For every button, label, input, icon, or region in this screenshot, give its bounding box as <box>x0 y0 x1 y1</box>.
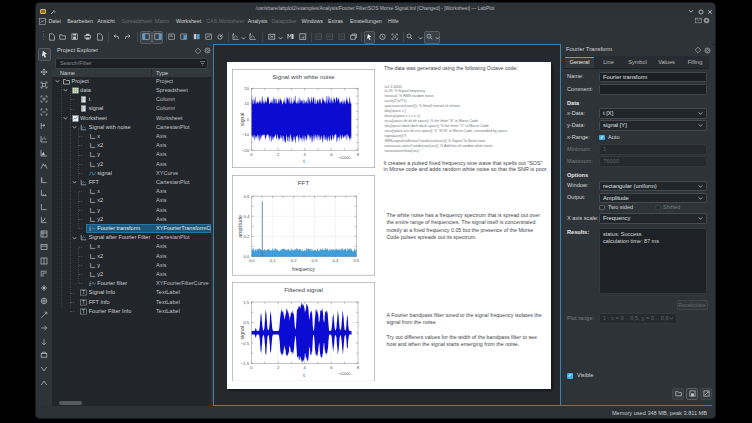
svg-text:1: 1 <box>428 35 430 39</box>
svg-text:signal: signal <box>239 113 245 127</box>
svg-text:0,3: 0,3 <box>311 258 317 263</box>
svg-text:0,2: 0,2 <box>243 234 249 239</box>
svg-text:1,5: 1,5 <box>243 299 249 304</box>
svg-text:×10000: ×10000 <box>338 371 350 375</box>
svg-text:−1,5: −1,5 <box>240 361 249 366</box>
svg-text:×10000: ×10000 <box>338 156 350 160</box>
svg-text:10: 10 <box>244 101 249 106</box>
svg-text:f: f <box>89 281 91 287</box>
svg-text:0,5: 0,5 <box>353 258 359 263</box>
svg-text:0,0: 0,0 <box>248 258 254 263</box>
svg-text:amplitude: amplitude <box>237 215 243 238</box>
svg-text:Signal with white noise: Signal with white noise <box>272 73 335 80</box>
svg-text:0,4: 0,4 <box>332 258 338 263</box>
svg-text:T: T <box>82 291 85 296</box>
svg-text:−10: −10 <box>241 132 249 137</box>
svg-text:Filtered signal: Filtered signal <box>284 286 323 293</box>
svg-text:0,2: 0,2 <box>290 258 296 263</box>
svg-text:FFT: FFT <box>297 179 309 186</box>
svg-text:0,6: 0,6 <box>243 194 249 199</box>
svg-text:−0,5: −0,5 <box>240 340 249 345</box>
svg-text:frequency: frequency <box>292 266 315 272</box>
svg-text:f: f <box>89 226 91 232</box>
svg-text:0,4: 0,4 <box>243 214 249 219</box>
svg-text:T: T <box>82 300 85 305</box>
svg-text:0,5: 0,5 <box>243 320 249 325</box>
svg-text:signal: signal <box>239 326 245 340</box>
svg-text:0,1: 0,1 <box>269 258 275 263</box>
svg-text:20: 20 <box>244 86 249 91</box>
svg-text:−20: −20 <box>241 148 249 153</box>
svg-text:T: T <box>82 309 85 314</box>
